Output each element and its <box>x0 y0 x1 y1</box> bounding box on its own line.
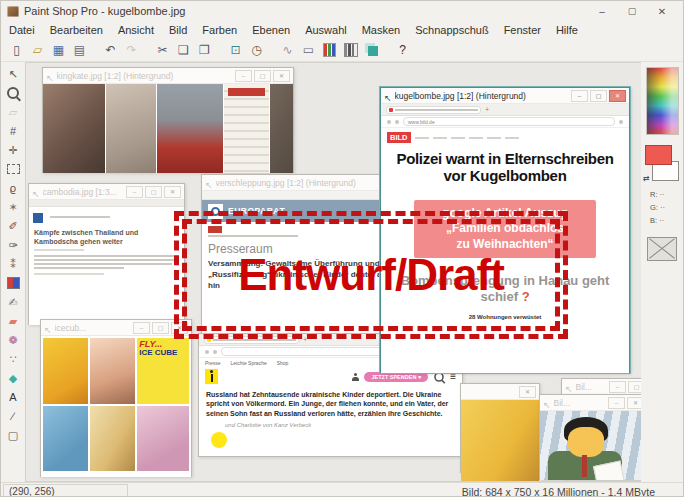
context-help-icon[interactable]: ? <box>393 41 412 59</box>
swap-colors-icon[interactable]: ⇄ <box>643 174 650 183</box>
selection-tool-icon[interactable] <box>5 161 22 177</box>
color-picker-gradient[interactable] <box>646 67 679 135</box>
reporter-figure <box>582 455 587 477</box>
window-kugelbombe[interactable]: kugelbombe.jpg [1:2] (Hintergrund) + w <box>380 87 630 373</box>
copy-icon[interactable]: ❏ <box>174 41 193 59</box>
shape-tool-icon[interactable]: ▢ <box>5 427 22 443</box>
window-titlebar[interactable]: kugelbombe.jpg [1:2] (Hintergrund) <box>381 88 629 104</box>
window-kingkate[interactable]: kingkate.jpg [1:2] (Hintergrund) <box>42 67 294 173</box>
line-tool-icon[interactable]: ∕ <box>5 408 22 424</box>
maximize-button[interactable] <box>254 70 271 82</box>
undo-icon[interactable]: ↶ <box>101 41 120 59</box>
crop-tool-icon[interactable]: # <box>5 123 22 139</box>
menu-schnappschu-[interactable]: Schnappschuß <box>415 24 488 36</box>
color-palette-icon[interactable] <box>320 41 339 59</box>
close-button[interactable] <box>609 90 626 102</box>
donate-button[interactable]: JETZT SPENDEN ♥ <box>364 372 428 382</box>
freehand-tool-icon[interactable]: ϱ <box>5 180 22 196</box>
style-none-box[interactable] <box>647 237 677 261</box>
foreground-color-swatch[interactable] <box>645 145 672 165</box>
airbrush-tool-icon[interactable]: ∵ <box>5 351 22 367</box>
search-icon[interactable] <box>434 372 444 382</box>
toolbar-separator <box>268 43 276 57</box>
nav-shop[interactable]: Shop <box>277 360 289 366</box>
menu-bild[interactable]: Bild <box>169 24 187 36</box>
zoom-tool-icon[interactable] <box>5 85 22 101</box>
open-file-icon[interactable]: ▱ <box>28 41 47 59</box>
menu-hilfe[interactable]: Hilfe <box>556 24 578 36</box>
retouch-tool-icon[interactable]: ✍ <box>5 294 22 310</box>
deformation-tool-icon[interactable]: ▱ <box>5 104 22 120</box>
article-headline: Polizei warnt in Elternschreiben vor Kug… <box>389 151 621 185</box>
normal-viewing-icon[interactable]: ∿ <box>278 41 297 59</box>
window-cambodia[interactable]: cambodia.jpg [1:3... Kämpfe zwischen Tha… <box>28 183 185 325</box>
maximize-button[interactable] <box>590 90 607 102</box>
window-titlebar[interactable]: cambodia.jpg [1:3... <box>29 184 184 200</box>
photo-thumbnail <box>270 84 293 173</box>
cut-icon[interactable]: ✂ <box>153 41 172 59</box>
paintbrush-tool-icon[interactable]: ✑ <box>5 237 22 253</box>
window-titlebar[interactable] <box>461 384 539 400</box>
print-icon[interactable]: ▤ <box>70 41 89 59</box>
close-button[interactable] <box>164 186 181 198</box>
eraser-tool-icon[interactable]: ▰ <box>5 313 22 329</box>
minimize-button[interactable] <box>571 90 588 102</box>
menu-farben[interactable]: Farben <box>202 24 237 36</box>
menu-auswahl[interactable]: Auswahl <box>305 24 347 36</box>
dropper-tool-icon[interactable]: ✐ <box>5 218 22 234</box>
minimize-button[interactable] <box>587 2 617 20</box>
account-icon[interactable] <box>351 373 359 381</box>
minimize-button[interactable] <box>609 381 626 393</box>
fullscreen-preview-icon[interactable]: ⊡ <box>226 41 245 59</box>
menu-fenster[interactable]: Fenster <box>504 24 541 36</box>
window-partial[interactable] <box>460 383 540 473</box>
clone-brush-icon[interactable]: ⁑ <box>5 256 22 272</box>
text-tool-icon[interactable]: A <box>5 389 22 405</box>
toolbar-toggle-icon[interactable]: ▭ <box>299 41 318 59</box>
comic-panel <box>90 338 135 404</box>
magic-wand-icon[interactable]: ✶ <box>5 199 22 215</box>
browse-icon[interactable]: ◷ <box>247 41 266 59</box>
window-titlebar[interactable]: kingkate.jpg [1:2] (Hintergrund) <box>43 68 293 84</box>
redo-icon[interactable]: ↷ <box>122 41 141 59</box>
minimize-button[interactable] <box>126 186 143 198</box>
address-bar[interactable]: www.bild.de <box>403 117 615 126</box>
window-bil-reporter[interactable]: Bil... <box>539 394 641 480</box>
maximize-button[interactable] <box>152 322 169 334</box>
nav-leichte-sprache[interactable]: Leichte Sprache <box>231 360 267 366</box>
window-titlebar[interactable]: Bil... <box>540 395 641 411</box>
maximize-button[interactable] <box>617 2 647 20</box>
menu-ebenen[interactable]: Ebenen <box>252 24 290 36</box>
window-title: Bil... <box>554 398 605 408</box>
maximize-button[interactable] <box>145 186 162 198</box>
menu-bearbeiten[interactable]: Bearbeiten <box>50 24 103 36</box>
menu-ansicht[interactable]: Ansicht <box>118 24 154 36</box>
hamburger-menu-icon[interactable]: ≡ <box>450 372 456 382</box>
new-file-icon[interactable]: ▯ <box>7 41 26 59</box>
close-button[interactable] <box>273 70 290 82</box>
arrow-tool-icon[interactable]: ↖ <box>5 66 22 82</box>
flood-fill-icon[interactable]: ◆ <box>5 370 22 386</box>
nav-presse[interactable]: Presse <box>205 360 221 366</box>
color-replacer-icon[interactable] <box>5 275 22 291</box>
mover-tool-icon[interactable]: ✛ <box>5 142 22 158</box>
window-titlebar[interactable]: Bil... <box>562 379 641 395</box>
minimize-button[interactable] <box>133 322 150 334</box>
minimize-button[interactable] <box>608 397 625 409</box>
layer-palette-icon[interactable] <box>362 41 381 59</box>
menu-datei[interactable]: Datei <box>9 24 35 36</box>
close-button[interactable] <box>171 322 188 334</box>
minimize-button[interactable] <box>235 70 252 82</box>
close-button[interactable] <box>519 386 536 398</box>
article-headline-2: Bombensprengung in Hanau geht schief ? <box>395 273 615 304</box>
save-icon[interactable]: ▦ <box>49 41 68 59</box>
menu-masken[interactable]: Masken <box>362 24 401 36</box>
window-icecube[interactable]: icecub... FLY... ICE CUBE <box>40 319 192 477</box>
maximize-button[interactable] <box>628 381 641 393</box>
paste-icon[interactable]: ❐ <box>195 41 214 59</box>
picture-tube-icon[interactable]: ❁ <box>5 332 22 348</box>
window-titlebar[interactable]: icecub... <box>41 320 191 336</box>
histogram-icon[interactable] <box>341 41 360 59</box>
close-button[interactable] <box>627 397 641 409</box>
close-button[interactable] <box>647 2 677 20</box>
